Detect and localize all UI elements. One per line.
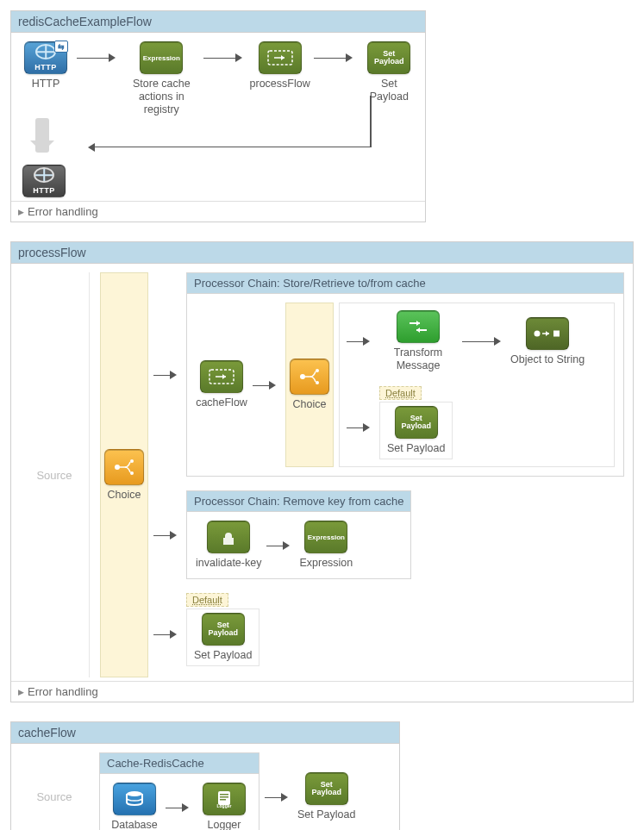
http-dark-icon: HTTP [22,165,66,197]
node-caption: Database [111,819,158,830]
flow-title: cacheFlow [11,722,399,744]
subflow-ref-node[interactable]: processFlow [252,41,309,90]
node-caption: cacheFlow [196,396,247,409]
node-caption: Logger [208,819,241,830]
processor-chain-remove: Processor Chain: Remove key from cache i… [186,490,411,579]
logger-icon: Logger [203,783,246,815]
node-caption: invalidate-key [196,557,261,570]
inner-choice-branches: Transform Message Object to String [339,303,615,467]
choice-branches: Processor Chain: Store/Retrieve to/from … [153,272,624,666]
svg-point-2 [130,459,134,463]
scope-body: Database Logger Logger [100,774,259,830]
http-inbound-node[interactable]: HTTP ⇆ HTTP [20,41,72,90]
transform-icon [397,310,440,343]
choice-branch-default: Default Set Payload Set Payload [153,593,624,666]
arrow-icon [314,53,357,62]
arrow-icon [166,803,193,812]
set-payload-icon: Set Payload [305,772,348,805]
icon-text: HTTP [33,186,55,195]
icon-text: Payload [311,789,341,796]
main-row: Source Cache-RedisCache Database Logger [20,752,391,830]
icon-text: Payload [208,629,238,637]
error-label: Error handling [28,685,98,698]
error-handling-bar[interactable]: ▶ Error handling [11,681,633,702]
set-payload-node[interactable]: Set Payload Set Payload [362,41,416,103]
inner-branch-when: Transform Message Object to String [347,310,607,372]
arrow-icon [153,531,181,540]
inner-choice-router[interactable]: Choice [285,303,334,467]
svg-point-1 [115,465,120,470]
arrow-icon [253,381,280,390]
main-row: HTTP ⇆ HTTP Expression Store cache actio… [20,41,416,116]
invalidate-key-icon [207,521,250,553]
flow-title: redisCacheExampleFlow [11,11,425,33]
arrow-icon [462,337,505,346]
set-payload-icon: Set Payload [395,406,438,439]
scope-title: Processor Chain: Remove key from cache [187,491,410,512]
invalidate-key-node[interactable]: invalidate-key [196,521,261,570]
icon-text: Expression [308,534,345,541]
expression-icon: Expression [304,521,347,553]
error-handling-bar[interactable]: ▶ Error handling [11,201,425,222]
collapse-icon: ▶ [18,688,24,696]
flow-redis-cache-example: redisCacheExampleFlow HTTP ⇆ HTTP Expres… [10,10,426,222]
node-caption: Object to String [510,353,585,366]
scope-title: Processor Chain: Store/Retrieve to/from … [187,273,623,294]
subflow-icon [200,360,243,393]
choice-branch-1: Processor Chain: Store/Retrieve to/from … [153,272,624,477]
arrow-icon [266,541,294,550]
main-row: Source Choice Processor Chain: Store/Ret… [20,272,624,677]
set-payload-icon: Set Payload [367,41,410,74]
logger-node[interactable]: Logger Logger [198,783,250,830]
set-payload-icon: Set Payload [202,613,245,646]
default-set-payload-node[interactable]: Set Payload Set Payload [186,608,259,666]
set-payload-node[interactable]: Set Payload Set Payload [297,772,355,821]
http-reply-node[interactable]: HTTP [18,165,70,197]
exchange-badge-icon: ⇆ [54,41,68,53]
icon-text: Expression [143,54,180,62]
icon-text: Payload [401,422,431,430]
svg-rect-14 [220,799,226,801]
expression-node[interactable]: Expression Expression [299,521,353,570]
node-caption: Set Payload [387,442,445,455]
svg-rect-12 [220,794,228,796]
wide-arrow-down-icon [35,118,49,153]
inner-set-payload-node[interactable]: Set Payload Set Payload [379,402,453,459]
http-icon: HTTP ⇆ [24,41,67,74]
expression-icon: Expression [140,41,183,74]
processor-chain-store: Processor Chain: Store/Retrieve to/from … [186,272,624,477]
svg-point-8 [535,330,541,336]
cacheflow-ref-node[interactable]: cacheFlow [196,360,247,409]
svg-point-3 [130,471,134,475]
cache-scope: Cache-RedisCache Database Logger Logger [99,752,259,830]
scope-body: invalidate-key Expression Expression [187,512,410,578]
source-label: Source [36,790,72,803]
node-caption: Set Payload [194,649,252,662]
expression-node[interactable]: Expression Store cache actions in regist… [125,41,198,116]
default-tag: Default [379,386,422,400]
svg-text:Logger: Logger [217,803,232,808]
collapse-icon: ▶ [18,208,24,216]
object-to-string-node[interactable]: Object to String [510,317,585,366]
database-node[interactable]: Database [109,783,160,830]
svg-point-7 [316,381,319,384]
feedback-connector [42,113,416,165]
arrow-icon [77,53,120,62]
node-caption: processFlow [250,78,310,90]
node-caption: Store cache actions in registry [125,78,198,116]
node-caption: Choice [108,489,141,502]
arrow-icon [265,793,292,802]
choice-router[interactable]: Choice [100,272,148,677]
svg-point-5 [300,374,305,379]
choice-branch-2: Processor Chain: Remove key from cache i… [153,490,624,579]
default-tag: Default [186,593,228,607]
flow-cache-flow: cacheFlow Source Cache-RedisCache Databa… [10,721,400,830]
node-caption: Set Payload [297,808,355,821]
source-box: Source [20,752,89,830]
source-label: Source [36,469,72,482]
choice-icon [104,449,144,485]
svg-rect-9 [553,330,560,336]
inner-branch-default: Default Set Payload Set Payload [347,386,607,459]
transform-message-node[interactable]: Transform Message [379,310,457,372]
icon-text: Payload [374,58,404,66]
